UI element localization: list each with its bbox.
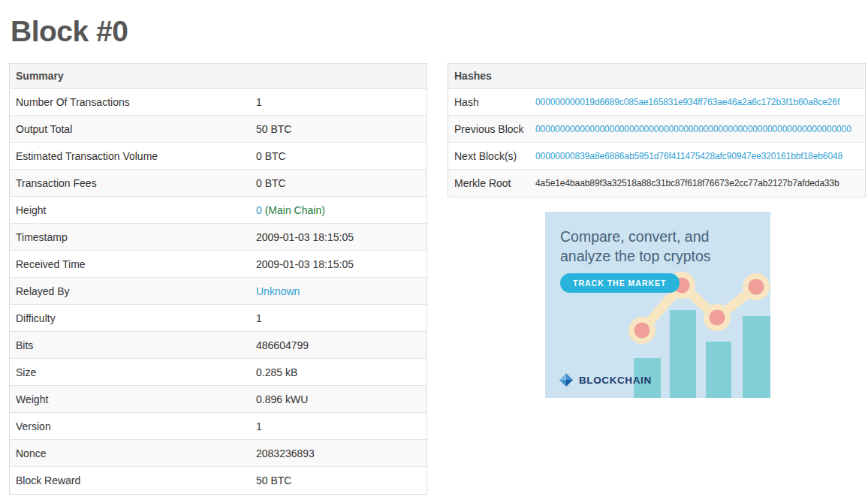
summary-row: Output Total50 BTC (10, 116, 426, 143)
hashes-row-label: Hash (448, 96, 535, 108)
hashes-row-value: 4a5e1e4baab89f3a32518a88c31bc87f618f7667… (535, 178, 865, 188)
summary-row-value: 50 BTC (256, 123, 426, 135)
summary-row: Relayed ByUnknown (10, 278, 426, 305)
hashes-row: Next Block(s)00000000839a8e6886ab5951d76… (448, 143, 865, 170)
summary-row-label: Estimated Transaction Volume (10, 150, 256, 162)
summary-row-label: Timestamp (10, 231, 256, 243)
hashes-table-header: Hashes (448, 64, 865, 89)
hashes-row-label: Next Block(s) (448, 150, 535, 162)
hashes-row-value: 000000000019d6689c085ae165831e934ff763ae… (535, 97, 865, 107)
summary-value-text: 0.896 kWU (256, 393, 308, 405)
page-title: Block #0 (11, 15, 128, 48)
summary-value-text: 0 BTC (256, 150, 286, 162)
summary-table: Summary Number Of Transactions1Output To… (9, 63, 427, 495)
hashes-row-label: Previous Block (448, 123, 535, 135)
summary-value-text: (Main Chain) (262, 204, 325, 216)
hashes-value-link[interactable]: 0000000000000000000000000000000000000000… (535, 124, 851, 134)
hashes-table: Hashes Hash000000000019d6689c085ae165831… (448, 63, 866, 197)
summary-value-text: 50 BTC (256, 123, 291, 135)
hashes-row-value: 0000000000000000000000000000000000000000… (535, 124, 865, 134)
summary-row-value: 0.896 kWU (256, 393, 426, 405)
blockchain-logo-text: BLOCKCHAIN (579, 375, 652, 386)
summary-row-value: 1 (256, 96, 426, 108)
summary-row: Block Reward50 BTC (10, 467, 426, 494)
summary-row-label: Weight (10, 393, 256, 405)
summary-row-label: Nonce (10, 447, 256, 459)
hashes-value-link[interactable]: 00000000839a8e6886ab5951d76f411475428afc… (535, 151, 842, 161)
summary-value-text: 0 BTC (256, 177, 286, 189)
summary-table-body: Number Of Transactions1Output Total50 BT… (10, 89, 426, 494)
summary-value-text: 486604799 (256, 339, 309, 351)
summary-value-text: 2009-01-03 18:15:05 (256, 231, 354, 243)
summary-row-value: 0 (Main Chain) (256, 204, 426, 216)
hashes-row: Merkle Root4a5e1e4baab89f3a32518a88c31bc… (448, 170, 865, 197)
summary-row: Bits486604799 (10, 332, 426, 359)
summary-value-text: 2009-01-03 18:15:05 (256, 258, 354, 270)
summary-value-link[interactable]: 0 (256, 204, 262, 216)
summary-row-value: 50 BTC (256, 474, 426, 486)
hashes-row-value: 00000000839a8e6886ab5951d76f411475428afc… (535, 151, 865, 161)
summary-row-value: 2009-01-03 18:15:05 (256, 231, 426, 243)
summary-row-value: 486604799 (256, 339, 426, 351)
summary-row-label: Version (10, 420, 256, 432)
blockchain-diamond-icon (559, 372, 574, 387)
track-the-market-button[interactable]: TRACK THE MARKET (560, 273, 680, 293)
summary-row-label: Relayed By (10, 285, 256, 297)
summary-row-label: Block Reward (10, 474, 256, 486)
blockchain-logo: BLOCKCHAIN (559, 372, 652, 387)
summary-row-label: Number Of Transactions (10, 96, 256, 108)
summary-row: Nonce2083236893 (10, 440, 426, 467)
hashes-row: Previous Block00000000000000000000000000… (448, 116, 865, 143)
summary-value-text: 1 (256, 96, 262, 108)
summary-row: Height0 (Main Chain) (10, 197, 426, 224)
summary-row-label: Height (10, 204, 256, 216)
summary-row-label: Received Time (10, 258, 256, 270)
summary-row-label: Size (10, 366, 256, 378)
summary-row-value: 1 (256, 312, 426, 324)
summary-row-value: 1 (256, 420, 426, 432)
summary-value-text: 50 BTC (256, 474, 291, 486)
summary-row: Number Of Transactions1 (10, 89, 426, 116)
hashes-row-label: Merkle Root (448, 177, 535, 189)
hashes-row: Hash000000000019d6689c085ae165831e934ff7… (448, 89, 865, 116)
summary-row: Weight0.896 kWU (10, 386, 426, 413)
summary-row: Size0.285 kB (10, 359, 426, 386)
summary-table-header: Summary (10, 64, 426, 89)
summary-row: Received Time2009-01-03 18:15:05 (10, 251, 426, 278)
summary-row-value: 2083236893 (256, 447, 426, 459)
ad-headline-line2: analyze the top cryptos (560, 248, 711, 264)
summary-row-label: Bits (10, 339, 256, 351)
summary-row: Timestamp2009-01-03 18:15:05 (10, 224, 426, 251)
ad-headline-line1: Compare, convert, and (560, 228, 709, 245)
summary-row-label: Difficulty (10, 312, 256, 324)
summary-row: Version1 (10, 413, 426, 440)
hashes-table-body: Hash000000000019d6689c085ae165831e934ff7… (448, 89, 865, 197)
blockchain-ad-banner[interactable]: Compare, convert, andanalyze the top cry… (545, 212, 770, 398)
summary-row: Estimated Transaction Volume0 BTC (10, 143, 426, 170)
summary-row: Difficulty1 (10, 305, 426, 332)
summary-row-value: Unknown (256, 285, 426, 297)
summary-value-text: 1 (256, 420, 262, 432)
hashes-value-link[interactable]: 000000000019d6689c085ae165831e934ff763ae… (535, 97, 839, 107)
summary-row-value: 2009-01-03 18:15:05 (256, 258, 426, 270)
summary-value-text: 2083236893 (256, 447, 315, 459)
summary-row: Transaction Fees0 BTC (10, 170, 426, 197)
summary-value-link[interactable]: Unknown (256, 285, 300, 297)
summary-row-value: 0 BTC (256, 177, 426, 189)
hashes-value-text: 4a5e1e4baab89f3a32518a88c31bc87f618f7667… (535, 178, 839, 188)
summary-value-text: 0.285 kB (256, 366, 297, 378)
summary-value-text: 1 (256, 312, 262, 324)
summary-row-value: 0.285 kB (256, 366, 426, 378)
summary-row-label: Output Total (10, 123, 256, 135)
summary-row-value: 0 BTC (256, 150, 426, 162)
summary-row-label: Transaction Fees (10, 177, 256, 189)
ad-headline: Compare, convert, andanalyze the top cry… (560, 227, 711, 266)
